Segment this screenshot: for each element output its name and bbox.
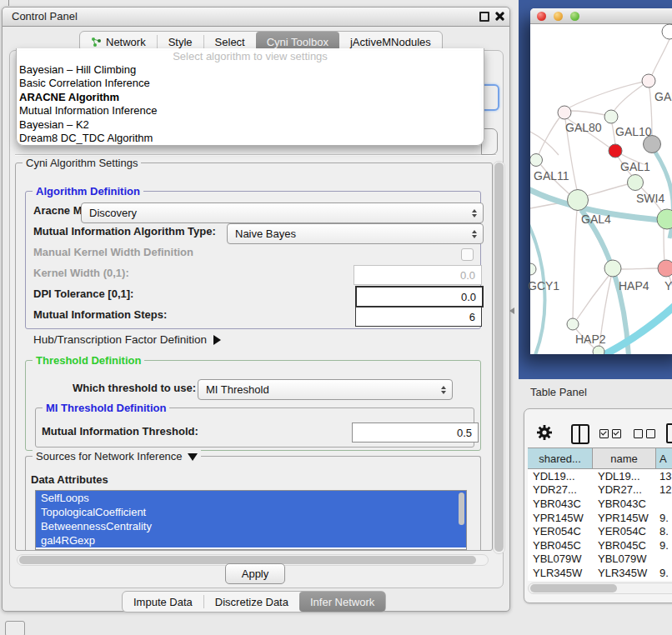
node-gal4[interactable]	[568, 190, 589, 211]
node-gal11[interactable]	[530, 154, 543, 167]
data-attributes-list[interactable]: SelfLoops TopologicalCoefficient Between…	[35, 490, 467, 550]
float-window-icon[interactable]	[479, 12, 489, 22]
table-row[interactable]: YBR043CYBR043C	[528, 497, 672, 511]
document-icon[interactable]	[666, 423, 672, 443]
algorithm-option[interactable]: Bayesian – K2	[17, 118, 484, 132]
node-partial-top[interactable]	[662, 24, 672, 39]
column-header-shared-name[interactable]: shared...	[528, 448, 593, 468]
node-label: GAL4	[581, 212, 611, 226]
list-item[interactable]: TopologicalCoefficient	[36, 505, 466, 519]
show-columns-icon[interactable]	[571, 424, 589, 444]
tab-label: Style	[168, 36, 193, 48]
zoom-traffic-light-icon[interactable]	[570, 12, 579, 21]
table-row[interactable]: YIL052CYIL052C0.	[528, 580, 672, 581]
list-item[interactable]: gal4RGexp	[36, 533, 466, 548]
gear-icon[interactable]	[536, 424, 553, 444]
node-gal-partial[interactable]	[642, 74, 655, 88]
group-title: MI Threshold Definition	[43, 402, 169, 414]
list-scrollbar[interactable]	[458, 492, 465, 547]
mi-threshold-label: Mutual Information Threshold:	[42, 425, 198, 438]
close-traffic-light-icon[interactable]	[537, 12, 546, 21]
algorithm-option[interactable]: Mutual Information Inference	[17, 104, 484, 118]
table-horizontal-scrollbar[interactable]	[528, 582, 672, 594]
node-label: GAL1	[620, 160, 650, 173]
node-swi4[interactable]	[628, 175, 644, 191]
apply-button[interactable]: Apply	[225, 563, 285, 584]
network-canvas[interactable]	[530, 23, 672, 354]
algorithm-option[interactable]: Basic Correlation Inference	[17, 77, 484, 90]
scrollbar-thumb[interactable]	[494, 162, 504, 552]
mi-threshold-input[interactable]: 0.5	[352, 422, 479, 442]
sources-toggle[interactable]: Sources for Network Inference	[33, 450, 201, 462]
collapsed-arrow-icon[interactable]	[213, 335, 221, 345]
mi-algorithm-type-select[interactable]: Naive Bayes	[227, 223, 484, 244]
select-all-checkbox-icon[interactable]	[612, 429, 621, 438]
list-item[interactable]: SelfLoops	[36, 491, 466, 505]
kernel-width-label: Kernel Width (0,1):	[33, 267, 129, 279]
node-hap2[interactable]	[567, 318, 579, 330]
table-row[interactable]: YDR27...YDR27...12	[528, 483, 672, 498]
table-row[interactable]: YLR345WYLR345W9.	[528, 566, 672, 580]
close-icon[interactable]	[494, 12, 504, 21]
table-panel-window: shared... name A YDL19...YDL19...13 YDR2…	[524, 408, 672, 603]
dpi-tolerance-input[interactable]: 0.0	[355, 286, 484, 308]
network-nodes	[530, 24, 672, 354]
divider-groove	[15, 154, 496, 156]
deselect-all-checkbox-icon[interactable]	[646, 429, 655, 438]
node-gal1-red[interactable]	[609, 144, 622, 158]
list-item[interactable]: BetweennessCentrality	[36, 519, 466, 533]
popup-placeholder: Select algorithm to view settings	[17, 50, 484, 62]
node-bright-green[interactable]	[657, 209, 672, 229]
sources-title: Sources for Network Inference	[36, 450, 183, 462]
settings-vertical-scrollbar[interactable]	[493, 161, 505, 554]
aracne-mode-select[interactable]: Discovery	[81, 202, 484, 223]
cyni-bottom-tabbar: Impute Data Discretize Data Infer Networ…	[122, 591, 386, 612]
table-panel-title: Table Panel	[530, 386, 587, 398]
node-bottom-partial[interactable]	[593, 346, 604, 354]
tab-label: Cyni Toolbox	[267, 36, 328, 48]
table-row[interactable]: YBL079WYBL079W	[528, 552, 672, 567]
group-title: Threshold Definition	[33, 354, 144, 367]
mi-steps-input[interactable]: 6	[355, 307, 482, 327]
network-window: GAL80 GAL10 GAL1 GAL11 SWI4 GAL4 GCY1 HA…	[530, 8, 672, 354]
tab-discretize-data[interactable]: Discretize Data	[204, 592, 299, 612]
node-salmon[interactable]	[658, 260, 672, 277]
minimized-panel-icon[interactable]	[5, 621, 25, 635]
table-row[interactable]: YDL19...YDL19...13	[528, 469, 672, 483]
node-label: Y	[664, 279, 672, 292]
scrollbar-thumb[interactable]	[459, 492, 464, 525]
network-view-background: GAL80 GAL10 GAL1 GAL11 SWI4 GAL4 GCY1 HA…	[519, 0, 672, 379]
which-threshold-select[interactable]: MI Threshold	[198, 379, 453, 400]
node-gal10[interactable]	[604, 110, 618, 123]
node-gal80[interactable]	[558, 106, 571, 119]
node-label: HAP2	[575, 332, 606, 346]
manual-kernel-checkbox[interactable]	[461, 248, 474, 261]
deselect-all-checkbox-icon[interactable]	[634, 429, 643, 438]
algorithm-option-highlighted[interactable]: ARACNE Algorithm	[17, 91, 484, 104]
node-hap4[interactable]	[604, 260, 621, 277]
scrollbar-thumb[interactable]	[530, 584, 617, 592]
data-attributes-label: Data Attributes	[31, 473, 108, 486]
minimize-traffic-light-icon[interactable]	[554, 12, 563, 21]
tab-impute-data[interactable]: Impute Data	[123, 592, 203, 612]
algorithm-option[interactable]: Dream8 DC_TDC Algorithm	[17, 132, 484, 145]
selected-value: Discovery	[89, 207, 137, 219]
select-all-checkbox-icon[interactable]	[599, 429, 609, 438]
kernel-width-input[interactable]: 0.0	[354, 265, 482, 285]
node-gcy1[interactable]	[530, 263, 536, 275]
tab-label: Infer Network	[310, 596, 374, 608]
group-title: Algorithm Definition	[33, 185, 143, 198]
table-row[interactable]: YBR045CYBR045C9.	[528, 538, 672, 552]
table-row[interactable]: YPR145WYPR145W9.	[528, 511, 672, 525]
table-row[interactable]: YER054CYER054C8.	[528, 524, 672, 538]
tab-infer-network[interactable]: Infer Network	[299, 592, 385, 612]
algorithm-option[interactable]: Bayesian – Hill Climbing	[17, 63, 484, 77]
panel-divider-arrow[interactable]	[509, 308, 514, 314]
mi-steps-label: Mutual Information Steps:	[33, 308, 167, 321]
column-header-name[interactable]: name	[593, 448, 656, 468]
hub-definition-toggle[interactable]: Hub/Transcription Factor Definition	[33, 333, 221, 346]
expanded-arrow-icon[interactable]	[188, 453, 198, 461]
selected-value: Naive Bayes	[235, 228, 296, 240]
table-body: YDL19...YDL19...13 YDR27...YDR27...12 YB…	[528, 469, 672, 581]
column-header-partial[interactable]: A	[656, 448, 672, 468]
